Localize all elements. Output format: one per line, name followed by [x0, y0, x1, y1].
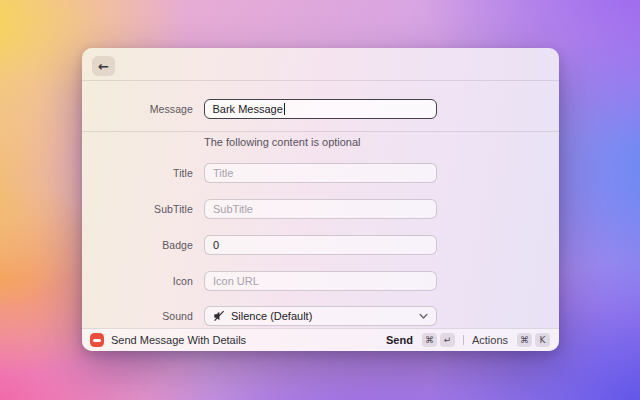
sound-row: Sound Silence (Default)	[82, 306, 559, 326]
message-value: Bark Message	[213, 103, 283, 115]
k-key: K	[535, 333, 550, 347]
chevron-down-icon	[419, 313, 428, 320]
raycast-window: ← Message Bark Message The following con…	[82, 48, 559, 351]
send-button[interactable]: Send ⌘ ↵	[386, 333, 455, 347]
badge-label: Badge	[82, 235, 193, 255]
title-label: Title	[82, 163, 193, 183]
subtitle-input[interactable]: SubTitle	[204, 199, 437, 219]
command-title: Send Message With Details	[111, 334, 246, 346]
title-input[interactable]: Title	[204, 163, 437, 183]
desktop-background: ← Message Bark Message The following con…	[0, 0, 640, 400]
badge-row: Badge 0	[82, 235, 559, 255]
text-caret	[284, 103, 286, 115]
sound-value: Silence (Default)	[231, 310, 312, 322]
action-bar-right: Send ⌘ ↵ Actions ⌘ K	[386, 333, 550, 347]
subtitle-label: SubTitle	[82, 199, 193, 219]
bark-app-icon	[90, 333, 104, 347]
badge-value: 0	[213, 239, 219, 251]
actions-button-label: Actions	[472, 334, 508, 346]
footer-divider	[463, 335, 464, 345]
icon-url-input[interactable]: Icon URL	[204, 271, 437, 291]
message-input[interactable]: Bark Message	[204, 99, 437, 119]
cmd-key-icon: ⌘	[517, 333, 532, 347]
actions-menu-button[interactable]: Actions ⌘ K	[472, 333, 550, 347]
icon-row: Icon Icon URL	[82, 271, 559, 291]
optional-note: The following content is optional	[204, 136, 361, 148]
sound-dropdown[interactable]: Silence (Default)	[204, 306, 437, 326]
title-row: Title Title	[82, 163, 559, 183]
section-divider	[82, 131, 559, 132]
icon-label: Icon	[82, 271, 193, 291]
badge-input[interactable]: 0	[204, 235, 437, 255]
window-header: ←	[82, 48, 559, 81]
icon-url-placeholder: Icon URL	[213, 275, 259, 287]
back-button[interactable]: ←	[92, 56, 115, 76]
send-button-label: Send	[386, 334, 413, 346]
return-key-icon: ↵	[440, 333, 455, 347]
back-arrow-icon: ←	[98, 59, 109, 74]
subtitle-row: SubTitle SubTitle	[82, 199, 559, 219]
form-body: Message Bark Message The following conte…	[82, 81, 559, 328]
sound-label: Sound	[82, 306, 193, 326]
speaker-slash-icon	[213, 310, 225, 322]
action-bar: Send Message With Details Send ⌘ ↵ Actio…	[82, 328, 559, 351]
message-label: Message	[82, 99, 193, 119]
title-placeholder: Title	[213, 167, 233, 179]
cmd-key-icon: ⌘	[422, 333, 437, 347]
message-row: Message Bark Message	[82, 99, 559, 119]
subtitle-placeholder: SubTitle	[213, 203, 253, 215]
